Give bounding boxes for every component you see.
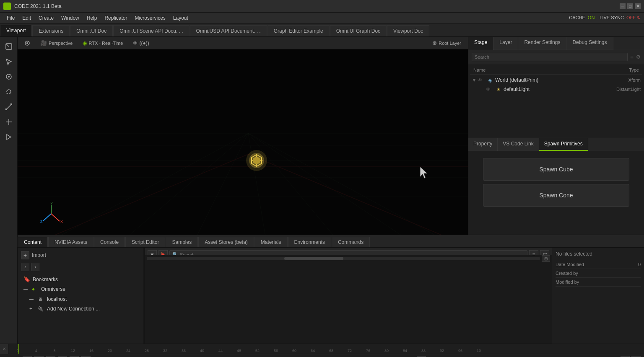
omniverse-label: Omniverse bbox=[41, 286, 65, 292]
tab-nvidia-assets[interactable]: NVIDIA Assets bbox=[48, 237, 93, 247]
tl-num-88: 88 bbox=[414, 349, 433, 353]
menu-window[interactable]: Window bbox=[58, 14, 83, 22]
right-panel: Stage Layer Render Settings Debug Settin… bbox=[468, 37, 644, 235]
layer-button[interactable]: ⊛ Root Layer bbox=[429, 39, 465, 47]
tab-asset-stores[interactable]: Asset Stores (beta) bbox=[198, 237, 254, 247]
tab-commands[interactable]: Commands bbox=[332, 237, 370, 247]
tab-graph-editor[interactable]: Graph Editor Example bbox=[267, 25, 330, 36]
viewport-settings-button[interactable] bbox=[21, 39, 34, 47]
rtx-button[interactable]: ◉ RTX - Real-Time bbox=[79, 39, 126, 47]
nav-back-button[interactable]: ‹ bbox=[21, 263, 29, 271]
menu-edit[interactable]: Edit bbox=[19, 14, 34, 22]
transform-tool-button[interactable] bbox=[3, 70, 15, 83]
tree-item-world[interactable]: ▼ 👁 ◈ World (defaultPrim) Xform bbox=[470, 75, 642, 85]
nav-forward-button[interactable]: › bbox=[31, 263, 39, 271]
menu-layout[interactable]: Layout bbox=[170, 14, 192, 22]
tab-debug-settings[interactable]: Debug Settings bbox=[566, 37, 613, 50]
add-import-button[interactable]: + bbox=[21, 251, 29, 259]
timeline-playhead bbox=[18, 344, 19, 354]
viewport-grid bbox=[18, 49, 468, 235]
menu-create[interactable]: Create bbox=[35, 14, 57, 22]
sidebar-bookmarks[interactable]: 🔖 Bookmarks bbox=[21, 274, 140, 284]
tab-console[interactable]: Console bbox=[94, 237, 125, 247]
svg-point-5 bbox=[8, 76, 10, 78]
tab-extensions[interactable]: Extensions bbox=[32, 25, 70, 36]
tab-bar: Viewport Extensions Omni::UI Doc Omni.UI… bbox=[0, 23, 644, 37]
menu-microservices[interactable]: Microservices bbox=[131, 14, 169, 22]
menu-help[interactable]: Help bbox=[83, 14, 101, 22]
stage-tree: Name Type ▼ 👁 ◈ World (defaultPrim) Xfor… bbox=[468, 64, 644, 138]
light-item-type: DistantLight bbox=[590, 87, 641, 92]
tab-property[interactable]: Property bbox=[468, 138, 498, 151]
tab-omni-graph[interactable]: Omni.UI Graph Doc bbox=[330, 25, 387, 36]
menu-file[interactable]: File bbox=[3, 14, 18, 22]
scale-tool-button[interactable] bbox=[3, 101, 15, 113]
rotate-tool-button[interactable] bbox=[3, 85, 15, 98]
menu-replicator[interactable]: Replicator bbox=[101, 14, 130, 22]
menubar: File Edit Create Window Help Replicator … bbox=[0, 13, 644, 23]
svg-point-14 bbox=[26, 42, 28, 44]
left-toolbar bbox=[0, 37, 18, 344]
live-sync-status: OFF ↻ bbox=[626, 15, 641, 20]
add-connection-label: Add New Connection ... bbox=[47, 306, 100, 312]
tab-omni-ui-scene[interactable]: Omni.UI Scene API Docu. . . bbox=[113, 25, 189, 36]
arrow-tool-button[interactable] bbox=[3, 55, 15, 68]
tab-omni-ui-doc[interactable]: Omni::UI Doc bbox=[70, 25, 113, 36]
tl-num-36: 36 bbox=[174, 349, 193, 353]
play-button[interactable] bbox=[3, 131, 15, 143]
tab-stage[interactable]: Stage bbox=[468, 37, 493, 50]
created-by-label: Created by bbox=[556, 271, 578, 276]
tab-render-settings[interactable]: Render Settings bbox=[518, 37, 566, 50]
eye-toggle-world[interactable]: 👁 bbox=[478, 78, 485, 83]
maximize-button[interactable]: □ bbox=[627, 3, 633, 9]
tree-item-default-light[interactable]: ▷ 👁 ☀ defaultLight DistantLight bbox=[470, 85, 642, 94]
tab-viewport[interactable]: Viewport bbox=[0, 25, 32, 36]
tl-num-96: 96 bbox=[451, 349, 470, 353]
close-button[interactable]: ✕ bbox=[635, 3, 641, 9]
tab-viewport-doc[interactable]: Viewport Doc bbox=[387, 25, 429, 36]
svg-marker-45 bbox=[420, 167, 427, 178]
cache-label: CACHE: ON bbox=[569, 15, 595, 21]
tab-layer[interactable]: Layer bbox=[493, 37, 518, 50]
light-item-name: defaultLight bbox=[504, 86, 590, 92]
stage-tree-header: Name Type bbox=[470, 66, 642, 75]
select-tool-button[interactable] bbox=[3, 40, 15, 53]
tab-content[interactable]: Content bbox=[18, 237, 48, 247]
spawn-cone-button[interactable]: Spawn Cone bbox=[483, 184, 629, 207]
app-title: CODE 2021.1.1 Beta bbox=[14, 3, 620, 9]
tab-script-editor[interactable]: Script Editor bbox=[125, 237, 165, 247]
svg-rect-9 bbox=[10, 103, 12, 105]
spawn-cube-button[interactable]: Spawn Cube bbox=[483, 158, 629, 181]
tl-num-68: 68 bbox=[322, 349, 340, 353]
eye-icon: 👁 bbox=[133, 41, 138, 46]
tab-spawn-primitives[interactable]: Spawn Primitives bbox=[539, 138, 588, 151]
sidebar-omniverse[interactable]: ─ ● Omniverse bbox=[21, 284, 140, 294]
sidebar-localhost[interactable]: ─ 🖥 localhost bbox=[21, 294, 140, 304]
tl-num-64: 64 bbox=[304, 349, 322, 353]
svg-marker-6 bbox=[6, 93, 8, 94]
eye-button[interactable]: 👁 ((●)) bbox=[130, 39, 152, 47]
grid-view-button[interactable]: ⊞ bbox=[542, 255, 550, 262]
tab-environments[interactable]: Environments bbox=[288, 237, 331, 247]
viewport-canvas[interactable]: Y X Z bbox=[18, 49, 468, 235]
stage-search-input[interactable] bbox=[472, 53, 628, 61]
tab-samples[interactable]: Samples bbox=[166, 237, 198, 247]
modified-by-row: Modified by bbox=[556, 278, 641, 287]
minimize-button[interactable]: ─ bbox=[620, 3, 626, 9]
perspective-button[interactable]: 🎥 Perspective bbox=[37, 39, 76, 47]
svg-marker-0 bbox=[5, 4, 10, 9]
col-name-label: Name bbox=[473, 67, 589, 72]
tl-num-20: 20 bbox=[101, 349, 119, 353]
settings-icon: ⚙ bbox=[636, 54, 641, 60]
eye-toggle-light[interactable]: 👁 bbox=[486, 87, 493, 92]
viewport-area: 🎥 Perspective ◉ RTX - Real-Time 👁 ((●)) … bbox=[18, 37, 468, 235]
file-info-panel: No files selected Date Modified 0 Create… bbox=[552, 248, 644, 344]
tab-vs-code-link[interactable]: VS Code Link bbox=[498, 138, 539, 151]
tab-omni-usd-api[interactable]: Omni.USD API Document. . . bbox=[190, 25, 267, 36]
sidebar-add-connection[interactable]: + 🔌 Add New Connection ... bbox=[21, 304, 140, 313]
tab-materials[interactable]: Materials bbox=[254, 237, 288, 247]
tl-num-84: 84 bbox=[396, 349, 414, 353]
timeline-close-button[interactable]: ✕ bbox=[0, 344, 8, 354]
gizmo-tool-button[interactable] bbox=[3, 116, 15, 128]
tl-num-80: 80 bbox=[377, 349, 396, 353]
